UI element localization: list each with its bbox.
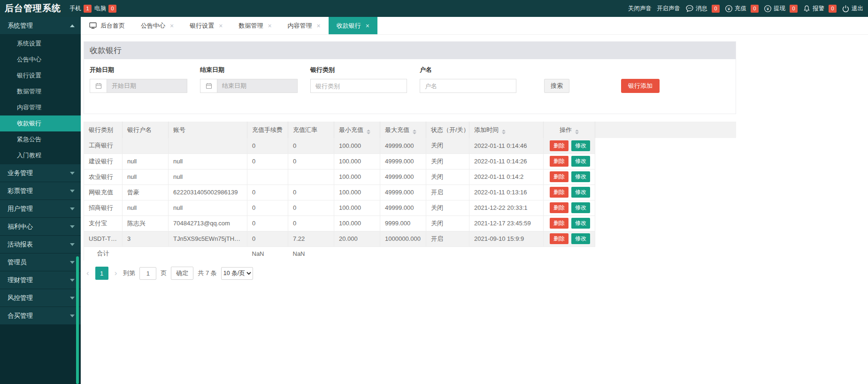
sidebar-item[interactable]: 银行设置 xyxy=(0,68,81,84)
column-header[interactable]: 状态（开/关） xyxy=(426,122,469,138)
delete-button[interactable]: 删除 xyxy=(550,202,568,213)
sidebar-section[interactable]: 彩票管理 xyxy=(0,182,81,200)
goto-page-input[interactable] xyxy=(139,267,156,280)
sidebar-item[interactable]: 公告中心 xyxy=(0,52,81,68)
delete-button[interactable]: 删除 xyxy=(550,171,568,182)
text-input[interactable] xyxy=(420,79,516,93)
close-icon[interactable]: × xyxy=(170,22,174,30)
sidebar-item[interactable]: 入门教程 xyxy=(0,147,81,163)
filter-card: 收款银行 开始日期开始日期结束日期结束日期银行类别户名 搜索 银行添加 xyxy=(84,41,736,114)
delete-button[interactable]: 删除 xyxy=(550,218,568,229)
tab-item[interactable]: 内容管理× xyxy=(280,17,329,34)
topbar-action[interactable]: 退出 xyxy=(842,5,863,13)
filter-area: 开始日期开始日期结束日期结束日期银行类别户名 搜索 银行添加 xyxy=(84,59,736,114)
sidebar-section[interactable]: 用户管理 xyxy=(0,200,81,218)
cell: 0 xyxy=(288,154,334,169)
actions-cell: 删除修改 xyxy=(544,231,595,246)
cell-filler xyxy=(595,169,736,184)
page-content: 收款银行 开始日期开始日期结束日期结束日期银行类别户名 搜索 银行添加 银行类别… xyxy=(81,35,868,280)
sidebar-section[interactable]: 风控管理 xyxy=(0,289,81,307)
tab-item[interactable]: 收款银行× xyxy=(329,17,377,34)
edit-button[interactable]: 修改 xyxy=(571,187,590,198)
edit-button[interactable]: 修改 xyxy=(571,202,590,213)
column-header[interactable]: 最大充值 xyxy=(380,122,426,138)
sidebar-section[interactable]: 系统管理 xyxy=(0,17,81,35)
close-icon[interactable]: × xyxy=(366,22,369,30)
sidebar-section[interactable]: 合买管理 xyxy=(0,307,81,325)
column-header[interactable]: 充值汇率 xyxy=(288,122,334,138)
next-page-button[interactable]: › xyxy=(113,269,119,278)
column-label: 最大充值 xyxy=(385,126,409,133)
delete-button[interactable]: 删除 xyxy=(550,233,568,244)
column-header[interactable]: 银行类别 xyxy=(84,122,123,138)
filter-group: 银行类别 xyxy=(310,66,407,93)
edit-button[interactable]: 修改 xyxy=(571,171,590,182)
cell: 2022-01-11 0:13:16 xyxy=(469,184,544,200)
close-icon[interactable]: × xyxy=(317,22,321,30)
sort-icon[interactable] xyxy=(502,130,506,134)
prev-page-button[interactable]: ‹ xyxy=(84,269,91,278)
device-label: 电脑 xyxy=(94,5,106,12)
tab-item[interactable]: 公告中心× xyxy=(133,17,182,34)
search-button[interactable]: 搜索 xyxy=(544,79,569,93)
sort-icon[interactable] xyxy=(367,130,370,134)
cell: USDT-TRC xyxy=(84,231,123,246)
topbar-action[interactable]: 消息0 xyxy=(685,5,720,13)
goto-confirm-button[interactable]: 确定 xyxy=(171,267,193,280)
column-header[interactable]: 银行户名 xyxy=(123,122,169,138)
cell-filler xyxy=(595,138,736,154)
column-header[interactable]: 最小充值 xyxy=(334,122,380,138)
sidebar-scrollbar[interactable] xyxy=(76,256,79,384)
sidebar-item[interactable]: 紧急公告 xyxy=(0,131,81,147)
sidebar-item[interactable]: 数据管理 xyxy=(0,84,81,100)
column-header[interactable]: 账号 xyxy=(169,122,247,138)
sidebar-section[interactable]: 业务管理 xyxy=(0,164,81,182)
topbar-action[interactable]: 报警0 xyxy=(803,5,837,13)
cell: 招商银行 xyxy=(84,200,123,215)
cell xyxy=(169,138,247,154)
sidebar-section[interactable]: 管理员 xyxy=(0,253,81,271)
device-label: 手机 xyxy=(69,5,81,12)
topbar-action[interactable]: ¥充值0 xyxy=(725,5,759,13)
column-header[interactable]: 操作 xyxy=(544,122,595,138)
sidebar-item[interactable]: 系统设置 xyxy=(0,36,81,52)
delete-button[interactable]: 删除 xyxy=(550,156,568,167)
cell: 关闭 xyxy=(426,138,469,154)
topbar-action[interactable]: 关闭声音 xyxy=(628,5,652,13)
tab-item[interactable]: 数据管理× xyxy=(230,17,279,34)
topbar-action[interactable]: 开启声音 xyxy=(657,5,680,13)
edit-button[interactable]: 修改 xyxy=(571,233,590,244)
cell: 49999.000 xyxy=(380,154,426,169)
edit-button[interactable]: 修改 xyxy=(571,140,590,151)
date-input[interactable]: 开始日期 xyxy=(90,79,187,93)
delete-button[interactable]: 删除 xyxy=(550,140,568,151)
column-header[interactable]: 添加时间 xyxy=(469,122,544,138)
sidebar-section[interactable]: 理财管理 xyxy=(0,271,81,289)
filter-groups: 开始日期开始日期结束日期结束日期银行类别户名 xyxy=(90,66,529,93)
topbar-action[interactable]: ¥提现0 xyxy=(764,5,798,13)
date-input[interactable]: 结束日期 xyxy=(200,79,298,93)
sidebar-section[interactable]: 福利中心 xyxy=(0,218,81,236)
sidebar-item[interactable]: 内容管理 xyxy=(0,100,81,115)
tab-item[interactable]: 银行设置× xyxy=(182,17,230,34)
calendar-icon xyxy=(90,79,107,92)
page-number-button[interactable]: 1 xyxy=(95,267,108,280)
cell: 2021-12-17 23:45:59 xyxy=(469,215,544,231)
edit-button[interactable]: 修改 xyxy=(571,218,590,229)
chevron-down-icon xyxy=(70,315,75,317)
page-size-select[interactable]: 10 条/页 xyxy=(221,267,253,280)
cell-filler xyxy=(595,184,736,200)
sidebar-item[interactable]: 收款银行 xyxy=(0,115,81,131)
close-icon[interactable]: × xyxy=(219,22,223,30)
text-input[interactable] xyxy=(310,79,407,93)
close-icon[interactable]: × xyxy=(268,22,271,30)
column-header[interactable]: 充值手续费 xyxy=(247,122,288,138)
add-bank-button[interactable]: 银行添加 xyxy=(621,79,660,93)
sort-icon[interactable] xyxy=(575,130,579,134)
sidebar-section[interactable]: 活动报表 xyxy=(0,236,81,253)
edit-button[interactable]: 修改 xyxy=(571,156,590,167)
sort-icon[interactable] xyxy=(413,130,416,134)
delete-button[interactable]: 删除 xyxy=(550,187,568,198)
tab-item[interactable]: 后台首页 xyxy=(81,17,133,34)
topbar-action-label: 提现 xyxy=(774,5,785,13)
